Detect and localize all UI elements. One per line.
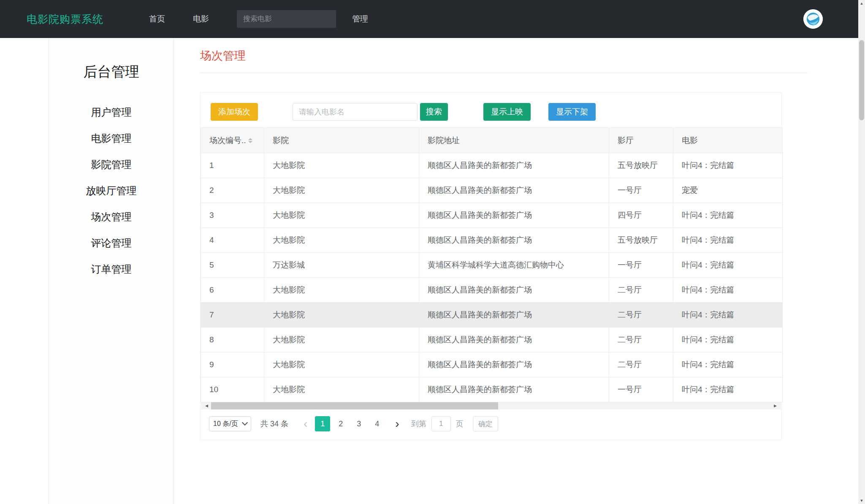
column-header-label: 电影 <box>682 136 698 145</box>
column-header-label: 影厅 <box>618 136 634 145</box>
table-cell: 7 <box>201 303 264 328</box>
nav-home[interactable]: 首页 <box>149 14 165 24</box>
avatar[interactable] <box>803 9 823 29</box>
table-toolbar: 添加场次 搜索 显示上映 显示下架 <box>201 93 781 127</box>
page-title: 场次管理 <box>200 48 858 63</box>
table-row[interactable]: 9大地影院顺德区人昌路美的新都荟广场二号厅叶问4：完结篇 <box>201 352 783 377</box>
table-cell: 4 <box>201 228 264 253</box>
table-cell: 二号厅 <box>609 303 673 328</box>
page-button-4[interactable]: 4 <box>369 416 385 431</box>
table-cell: 2 <box>201 178 264 203</box>
horizontal-scrollbar-thumb[interactable] <box>211 402 498 409</box>
movie-name-input[interactable] <box>293 103 418 121</box>
table-cell: 大地影院 <box>264 328 419 352</box>
prev-page-button[interactable]: ‹ <box>304 416 307 431</box>
total-count: 共 34 条 <box>260 419 288 429</box>
scroll-up-icon[interactable]: ▲ <box>858 0 865 7</box>
sidebar: 后台管理 用户管理电影管理影院管理放映厅管理场次管理评论管理订单管理 <box>49 38 174 504</box>
table-cell: 叶问4：完结篇 <box>673 377 783 402</box>
table-cell: 一号厅 <box>609 253 673 278</box>
pagination: 10 条/页 共 34 条 ‹ 1234 › 到第 页 确定 <box>201 409 781 440</box>
horizontal-scrollbar[interactable]: ◄ ► <box>201 402 781 409</box>
goto-page-input[interactable] <box>431 416 451 431</box>
add-session-button[interactable]: 添加场次 <box>211 103 258 121</box>
vertical-scrollbar-thumb[interactable] <box>859 40 864 120</box>
page-button-1[interactable]: 1 <box>315 416 330 431</box>
chevron-down-icon <box>242 420 248 425</box>
sidebar-item-halls[interactable]: 放映厅管理 <box>49 178 174 204</box>
navbar-search-input[interactable] <box>237 10 336 28</box>
table-cell: 顺德区人昌路美的新都荟广场 <box>419 228 609 253</box>
app-window: 电影院购票系统 首页 电影 管理 后台管理 用户管理电影管理影院管理放映厅管理场… <box>0 0 865 504</box>
table-cell: 一号厅 <box>609 178 673 203</box>
search-button[interactable]: 搜索 <box>420 103 448 121</box>
table-cell: 大地影院 <box>264 203 419 228</box>
page-button-2[interactable]: 2 <box>333 416 348 431</box>
next-page-button[interactable]: › <box>395 416 399 431</box>
sessions-table: 场次编号..影院影院地址影厅电影 1大地影院顺德区人昌路美的新都荟广场五号放映厅… <box>201 127 783 402</box>
scroll-down-icon[interactable]: ▼ <box>858 497 865 504</box>
table-row[interactable]: 3大地影院顺德区人昌路美的新都荟广场四号厅叶问4：完结篇 <box>201 203 783 228</box>
table-cell: 顺德区人昌路美的新都荟广场 <box>419 377 609 402</box>
confirm-button[interactable]: 确定 <box>473 416 498 431</box>
globe-icon <box>803 9 823 29</box>
table-cell: 叶问4：完结篇 <box>673 328 783 352</box>
table-cell: 二号厅 <box>609 352 673 377</box>
table-cell: 四号厅 <box>609 203 673 228</box>
sidebar-item-users[interactable]: 用户管理 <box>49 99 174 125</box>
sort-icon[interactable] <box>248 138 252 143</box>
sidebar-title: 后台管理 <box>49 62 174 81</box>
table-cell: 顺德区人昌路美的新都荟广场 <box>419 303 609 328</box>
sidebar-item-comments[interactable]: 评论管理 <box>49 230 174 256</box>
table-cell: 9 <box>201 352 264 377</box>
main-content: 场次管理 添加场次 搜索 显示上映 显示下架 场次编号..影院影院地址影厅电影 … <box>174 38 858 504</box>
sidebar-item-sessions[interactable]: 场次管理 <box>49 204 174 230</box>
table-cell: 顺德区人昌路美的新都荟广场 <box>419 153 609 178</box>
page-size-select[interactable]: 10 条/页 <box>209 416 251 431</box>
table-cell: 大地影院 <box>264 228 419 253</box>
column-header: 影院 <box>264 128 419 153</box>
column-header: 影厅 <box>609 128 673 153</box>
column-header-label: 影院 <box>273 136 289 145</box>
show-off-shelf-button[interactable]: 显示下架 <box>548 103 596 121</box>
table-cell: 叶问4：完结篇 <box>673 278 783 303</box>
nav-manage[interactable]: 管理 <box>352 14 368 24</box>
table-cell: 6 <box>201 278 264 303</box>
table-row[interactable]: 7大地影院顺德区人昌路美的新都荟广场二号厅叶问4：完结篇 <box>201 303 783 328</box>
table-cell: 1 <box>201 153 264 178</box>
brand[interactable]: 电影院购票系统 <box>27 12 103 26</box>
show-on-screen-button[interactable]: 显示上映 <box>483 103 531 121</box>
table-row[interactable]: 1大地影院顺德区人昌路美的新都荟广场五号放映厅叶问4：完结篇 <box>201 153 783 178</box>
table-row[interactable]: 5万达影城黄埔区科学城科学大道高德汇购物中心一号厅叶问4：完结篇 <box>201 253 783 278</box>
table-cell: 3 <box>201 203 264 228</box>
table-row[interactable]: 4大地影院顺德区人昌路美的新都荟广场五号放映厅叶问4：完结篇 <box>201 228 783 253</box>
goto-unit: 页 <box>456 419 464 429</box>
table-cell: 大地影院 <box>264 153 419 178</box>
page-size-value: 10 条/页 <box>213 420 238 428</box>
table-row[interactable]: 2大地影院顺德区人昌路美的新都荟广场一号厅宠爱 <box>201 178 783 203</box>
column-header-label: 影院地址 <box>428 136 460 145</box>
scroll-left-icon[interactable]: ◄ <box>204 402 209 409</box>
table-body: 1大地影院顺德区人昌路美的新都荟广场五号放映厅叶问4：完结篇2大地影院顺德区人昌… <box>201 153 783 402</box>
table-cell: 大地影院 <box>264 303 419 328</box>
column-header[interactable]: 场次编号.. <box>201 128 264 153</box>
sidebar-item-movies[interactable]: 电影管理 <box>49 125 174 152</box>
sidebar-item-orders[interactable]: 订单管理 <box>49 256 174 282</box>
table-cell: 黄埔区科学城科学大道高德汇购物中心 <box>419 253 609 278</box>
column-header-label: 场次编号.. <box>209 136 246 145</box>
table-row[interactable]: 10大地影院顺德区人昌路美的新都荟广场一号厅叶问4：完结篇 <box>201 377 783 402</box>
table-cell: 叶问4：完结篇 <box>673 352 783 377</box>
table-cell: 10 <box>201 377 264 402</box>
table-row[interactable]: 8大地影院顺德区人昌路美的新都荟广场二号厅叶问4：完结篇 <box>201 328 783 352</box>
table-cell: 五号放映厅 <box>609 153 673 178</box>
table-cell: 顺德区人昌路美的新都荟广场 <box>419 352 609 377</box>
vertical-scrollbar[interactable]: ▲ ▼ <box>858 0 865 504</box>
sidebar-item-cinemas[interactable]: 影院管理 <box>49 152 174 178</box>
scroll-right-icon[interactable]: ► <box>773 402 778 409</box>
page-button-3[interactable]: 3 <box>351 416 366 431</box>
nav-movies[interactable]: 电影 <box>193 14 209 24</box>
table-row[interactable]: 6大地影院顺德区人昌路美的新都荟广场二号厅叶问4：完结篇 <box>201 278 783 303</box>
table-cell: 叶问4：完结篇 <box>673 303 783 328</box>
table-cell: 5 <box>201 253 264 278</box>
table-cell: 顺德区人昌路美的新都荟广场 <box>419 328 609 352</box>
